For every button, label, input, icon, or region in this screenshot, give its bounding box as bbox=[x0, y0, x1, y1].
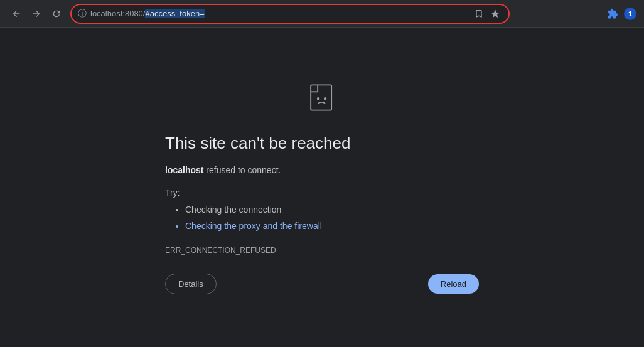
info-icon: ⓘ bbox=[78, 8, 87, 19]
reload-nav-button[interactable] bbox=[48, 5, 65, 23]
address-text: localhost:8080/#access_token= bbox=[90, 9, 468, 18]
browser-chrome: ⓘ localhost:8080/#access_token= 1 bbox=[0, 0, 644, 28]
address-bar-icons bbox=[472, 7, 502, 21]
star-button[interactable] bbox=[488, 7, 502, 21]
error-subtitle-rest: refused to connect. bbox=[203, 165, 281, 175]
reload-button[interactable]: Reload bbox=[428, 274, 479, 294]
browser-right-icons: 1 bbox=[604, 5, 636, 23]
details-button[interactable]: Details bbox=[165, 274, 217, 294]
address-host: localhost:8080/ bbox=[90, 9, 145, 18]
error-buttons: Details Reload bbox=[165, 274, 479, 294]
nav-buttons bbox=[8, 5, 65, 23]
error-page: This site can't be reached localhost ref… bbox=[0, 28, 644, 347]
error-subtitle-bold: localhost bbox=[165, 165, 203, 175]
save-to-reading-list-button[interactable] bbox=[472, 7, 486, 21]
svg-point-3 bbox=[317, 98, 319, 100]
profile-icon[interactable]: 1 bbox=[624, 8, 636, 20]
try-item-2[interactable]: Checking the proxy and the firewall bbox=[185, 219, 479, 233]
back-button[interactable] bbox=[8, 5, 25, 23]
error-title: This site can't be reached bbox=[165, 134, 479, 153]
address-highlighted: #access_token= bbox=[145, 9, 204, 18]
svg-rect-0 bbox=[311, 85, 331, 110]
error-code: ERR_CONNECTION_REFUSED bbox=[165, 246, 479, 255]
sad-tab-svg bbox=[305, 80, 340, 115]
sad-tab-icon-container bbox=[165, 80, 479, 115]
error-subtitle: localhost refused to connect. bbox=[165, 163, 479, 177]
extension-icon[interactable] bbox=[604, 5, 621, 23]
forward-button[interactable] bbox=[28, 5, 45, 23]
svg-point-4 bbox=[324, 98, 326, 100]
profile-letter: 1 bbox=[628, 10, 632, 18]
error-content: This site can't be reached localhost ref… bbox=[165, 80, 479, 294]
try-label: Try: bbox=[165, 188, 479, 198]
try-item-1: Checking the connection bbox=[185, 203, 479, 216]
try-list: Checking the connection Checking the pro… bbox=[165, 203, 479, 233]
address-bar[interactable]: ⓘ localhost:8080/#access_token= bbox=[70, 4, 510, 24]
